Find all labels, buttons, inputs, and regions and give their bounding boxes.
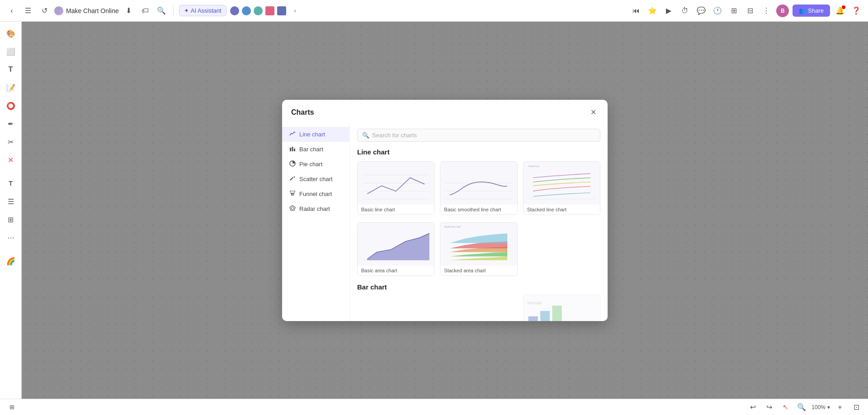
grid-button[interactable]: ⊞ — [727, 5, 740, 17]
modal-close-button[interactable]: ✕ — [588, 107, 599, 118]
svg-rect-33 — [552, 305, 561, 321]
undo-button[interactable]: ↺ — [38, 5, 51, 17]
color-icon-5 — [277, 6, 286, 15]
sidebar-pen-icon[interactable]: ✒ — [3, 116, 19, 132]
chart-label-stacked-line: Stacked line chart — [524, 205, 600, 214]
modal-body: Line chart Bar chart Pie chart — [282, 123, 608, 321]
more-button[interactable]: ⋮ — [760, 5, 773, 17]
bottom-add-button[interactable]: ⊞ — [5, 401, 18, 414]
zoom-out-btn[interactable]: 🔍 — [795, 401, 808, 414]
top-toolbar: ‹ ☰ ↺ Make Chart Online ⬇ 🏷 🔍 ✦ AI Assis… — [0, 0, 868, 22]
nav-label-funnel: Funnel chart — [299, 191, 332, 197]
chart-card-world-population[interactable]: World Population — [523, 294, 600, 321]
undo-btn[interactable]: ↩ — [746, 401, 759, 414]
nav-item-radar-chart[interactable]: Radar chart — [282, 201, 349, 216]
sidebar-list-icon[interactable]: ☰ — [3, 193, 19, 210]
sidebar-sticky-icon[interactable]: 📝 — [3, 79, 19, 96]
download-button[interactable]: ⬇ — [123, 5, 135, 17]
zoom-control[interactable]: 100% ▾ — [811, 404, 830, 410]
modal-content: 🔍 Line chart — [350, 123, 608, 321]
star-button[interactable]: ⭐ — [646, 5, 659, 17]
comment-button[interactable]: 💬 — [695, 5, 708, 17]
empty-cell — [523, 222, 600, 276]
sidebar-dots-icon[interactable]: ⋯ — [3, 229, 19, 246]
sidebar-text-icon[interactable]: T — [3, 61, 19, 78]
bottom-bar-right: ↩ ↪ ↖ 🔍 100% ▾ + ⊡ — [746, 401, 863, 414]
svg-text:World Population: World Population — [527, 300, 542, 306]
brand: Make Chart Online — [54, 6, 119, 15]
brand-logo — [54, 6, 63, 15]
nav-item-bar-chart[interactable]: Bar chart — [282, 142, 349, 157]
fit-btn[interactable]: ⊡ — [850, 401, 863, 414]
chart-label-stacked-area: Stacked area chart — [440, 266, 517, 275]
play-back-button[interactable]: ⏮ — [630, 5, 642, 17]
redo-btn[interactable]: ↪ — [763, 401, 775, 414]
empty-bar-2 — [440, 294, 517, 321]
section-bar-chart-title: Bar chart — [357, 283, 600, 291]
section-line-chart-title: Line chart — [357, 148, 600, 156]
divider-1 — [173, 5, 174, 16]
back-button[interactable]: ‹ — [5, 5, 18, 17]
chart-preview-world-pop: World Population — [524, 295, 600, 321]
nav-item-scatter-chart[interactable]: Scatter chart — [282, 172, 349, 187]
line-chart-icon — [289, 131, 296, 138]
sidebar-table-icon[interactable]: ⊞ — [3, 211, 19, 228]
search-input[interactable] — [372, 132, 595, 139]
sidebar-cross-icon[interactable]: ✕ — [3, 152, 19, 168]
color-icon-3 — [254, 6, 263, 15]
chart-card-smoothed-line[interactable]: Basic smoothed line chart — [440, 161, 517, 215]
chart-preview-basic-line — [358, 162, 434, 205]
ai-icon: ✦ — [184, 7, 189, 14]
zoom-in-btn[interactable]: + — [834, 401, 846, 414]
timer-button[interactable]: ⏱ — [679, 5, 691, 17]
search-button[interactable]: 🔍 — [155, 5, 168, 17]
svg-marker-12 — [291, 207, 294, 210]
menu-button[interactable]: ☰ — [22, 5, 34, 17]
sidebar-text2-icon[interactable]: T — [3, 175, 19, 191]
svg-rect-10 — [292, 194, 293, 196]
nav-label-radar: Radar chart — [299, 205, 330, 212]
svg-rect-0 — [290, 148, 291, 151]
present-button[interactable]: ▶ — [662, 5, 675, 17]
empty-bar-1 — [357, 294, 434, 321]
history-button[interactable]: 🕐 — [711, 5, 724, 17]
toolbar-right: ⏮ ⭐ ▶ ⏱ 💬 🕐 ⊞ ⊟ ⋮ B 👥 Share 🔔 ❓ — [630, 5, 863, 17]
info-icon: ℹ — [857, 202, 868, 213]
svg-point-6 — [294, 176, 295, 177]
nav-label-pie: Pie chart — [299, 161, 322, 168]
chart-label-basic-area: Basic area chart — [358, 266, 434, 275]
brand-title: Make Chart Online — [66, 7, 119, 14]
nav-item-line-chart[interactable]: Line chart — [282, 127, 349, 142]
sidebar-gradient-icon[interactable]: 🌈 — [3, 253, 19, 269]
modal-overlay: Charts ✕ Line chart Bar chart — [22, 22, 868, 399]
nav-item-pie-chart[interactable]: Pie chart — [282, 157, 349, 172]
nav-item-funnel-chart[interactable]: Funnel chart — [282, 187, 349, 201]
share-button[interactable]: 👥 Share — [793, 5, 830, 17]
user-avatar: B — [776, 5, 789, 17]
chart-card-basic-area[interactable]: Basic area chart — [357, 222, 434, 276]
tag-button[interactable]: 🏷 — [139, 5, 151, 17]
svg-text:Stacked Line: Stacked Line — [528, 165, 539, 167]
bottom-bar: ⊞ ↩ ↪ ↖ 🔍 100% ▾ + ⊡ — [0, 399, 868, 415]
cursor-btn[interactable]: ↖ — [779, 401, 792, 414]
chart-label-smoothed-line: Basic smoothed line chart — [440, 205, 517, 214]
radar-chart-icon — [289, 205, 296, 213]
chart-card-stacked-area[interactable]: Stacked Area Chart — [440, 222, 517, 276]
sidebar-paint-icon[interactable]: 🎨 — [3, 25, 19, 42]
nav-label-line: Line chart — [299, 131, 325, 138]
nav-label-scatter: Scatter chart — [299, 176, 333, 182]
ai-assistant-button[interactable]: ✦ AI Assistant — [179, 5, 226, 16]
share-label: Share — [808, 7, 824, 14]
sidebar-shape-icon[interactable]: ⬜ — [3, 43, 19, 60]
zoom-chevron: ▾ — [827, 404, 830, 410]
chart-card-basic-line[interactable]: Basic line chart — [357, 161, 434, 215]
sidebar-eraser-icon[interactable]: ✂ — [3, 134, 19, 150]
chart-grid-line-row2: Basic area chart Stacked Area Chart — [357, 222, 600, 276]
expand-button[interactable]: ‹ — [289, 5, 302, 17]
notification-button[interactable]: 🔔 — [834, 5, 846, 17]
sidebar-circle-icon[interactable]: ⭕ — [3, 98, 19, 114]
color-icon-1 — [230, 6, 239, 15]
help-button[interactable]: ❓ — [850, 5, 863, 17]
layout-button[interactable]: ⊟ — [744, 5, 756, 17]
chart-card-stacked-line[interactable]: Stacked Line Stacked line chart — [523, 161, 600, 215]
